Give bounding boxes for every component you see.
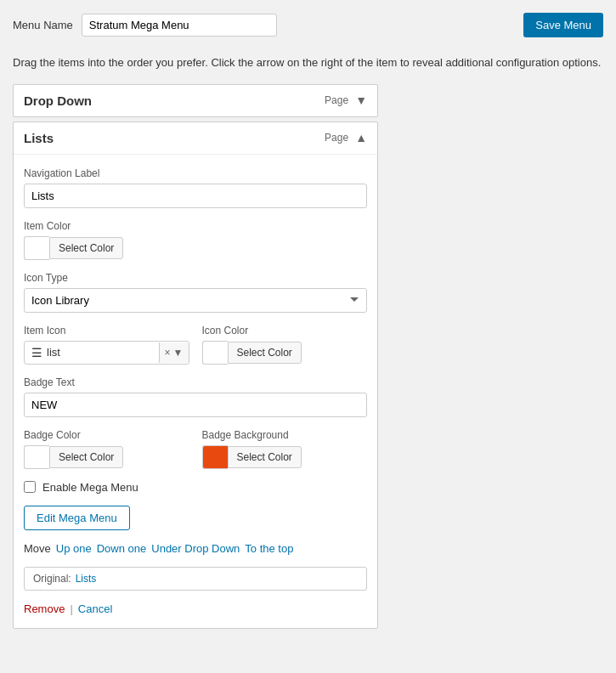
cancel-link[interactable]: Cancel — [78, 602, 112, 615]
clear-x-icon: × — [165, 347, 171, 359]
badge-color-group: Badge Color Select Color — [24, 429, 189, 469]
dropdown-expand-icon: ▼ — [355, 93, 367, 107]
icon-color-row: Item Icon ☰ list × ▼ — [24, 325, 367, 365]
lists-page-label: Page — [325, 132, 348, 144]
icon-color-picker: Select Color — [202, 341, 368, 365]
nav-label-group: Navigation Label — [24, 167, 367, 208]
nav-label-label: Navigation Label — [24, 167, 367, 179]
menu-item-dropdown: Drop Down Page ▼ — [13, 84, 378, 117]
dropdown-meta: Page ▼ — [325, 93, 367, 107]
enable-mega-menu-row: Enable Mega Menu — [24, 481, 367, 494]
move-to-top-link[interactable]: To the top — [245, 542, 293, 555]
icon-type-select[interactable]: Icon Library Custom Icon None — [24, 288, 367, 313]
separator: | — [70, 602, 72, 615]
icon-color-button[interactable]: Select Color — [228, 342, 302, 364]
save-menu-button[interactable]: Save Menu — [523, 13, 603, 37]
enable-mega-menu-label[interactable]: Enable Mega Menu — [42, 481, 138, 494]
edit-mega-menu-wrapper: Edit Mega Menu — [24, 506, 367, 530]
list-icon-symbol: ☰ — [31, 346, 42, 359]
move-under-dropdown-link[interactable]: Under Drop Down — [151, 542, 240, 555]
menu-item-lists: Lists Page ▲ Navigation Label Item Color — [13, 122, 378, 629]
badge-color-picker: Select Color — [24, 445, 189, 469]
icon-color-label: Icon Color — [202, 325, 368, 336]
move-row: Move Up one Down one Under Drop Down To … — [24, 542, 367, 555]
remove-cancel-row: Remove | Cancel — [24, 602, 367, 615]
badge-bg-swatch[interactable] — [202, 445, 228, 469]
item-icon-text: list — [47, 346, 60, 359]
item-color-group: Item Color Select Color — [24, 220, 367, 260]
menu-items-container: Drop Down Page ▼ Lists Page ▲ Navigation… — [13, 84, 378, 629]
page-wrapper: Menu Name Save Menu Drag the items into … — [0, 0, 616, 642]
menu-name-label: Menu Name — [13, 19, 73, 31]
badge-color-button[interactable]: Select Color — [49, 446, 123, 468]
dropdown-header[interactable]: Drop Down Page ▼ — [14, 85, 377, 116]
clear-arrow-icon: ▼ — [173, 347, 184, 359]
dropdown-title: Drop Down — [24, 93, 92, 108]
item-color-swatch[interactable] — [24, 236, 49, 260]
header-row: Menu Name Save Menu — [13, 13, 603, 37]
item-icon-group: Item Icon ☰ list × ▼ — [24, 325, 189, 365]
lists-title: Lists — [24, 131, 54, 145]
move-up-one-link[interactable]: Up one — [56, 542, 92, 555]
badge-bg-group: Badge Background Select Color — [202, 429, 368, 469]
item-icon-clear-button[interactable]: × ▼ — [159, 342, 189, 363]
lists-header[interactable]: Lists Page ▲ — [14, 122, 377, 155]
icon-color-group: Icon Color Select Color — [202, 325, 368, 365]
item-color-picker: Select Color — [24, 236, 367, 260]
badge-text-label: Badge Text — [24, 376, 367, 388]
edit-mega-menu-button[interactable]: Edit Mega Menu — [24, 506, 130, 530]
badge-bg-label: Badge Background — [202, 429, 368, 441]
menu-name-input[interactable] — [82, 14, 277, 37]
item-icon-inner[interactable]: ☰ list — [25, 342, 159, 364]
badge-color-label: Badge Color — [24, 429, 189, 441]
item-color-button[interactable]: Select Color — [49, 237, 123, 259]
item-icon-label: Item Icon — [24, 325, 189, 336]
original-link[interactable]: Lists — [76, 573, 97, 585]
badge-color-swatch[interactable] — [24, 445, 49, 469]
remove-link[interactable]: Remove — [24, 602, 65, 615]
badge-bg-picker: Select Color — [202, 445, 368, 469]
badge-text-group: Badge Text — [24, 376, 367, 417]
dropdown-page-label: Page — [325, 94, 348, 106]
badge-text-input[interactable] — [24, 393, 367, 417]
badge-color-row: Badge Color Select Color Badge Backgroun… — [24, 429, 367, 469]
move-label: Move — [24, 542, 51, 555]
item-icon-select-wrapper: ☰ list × ▼ — [24, 341, 189, 365]
original-row: Original: Lists — [24, 567, 367, 591]
move-down-one-link[interactable]: Down one — [97, 542, 147, 555]
lists-expand-icon: ▲ — [355, 131, 367, 144]
icon-color-swatch[interactable] — [202, 341, 228, 365]
nav-label-input[interactable] — [24, 184, 367, 208]
lists-expanded-content: Navigation Label Item Color Select Color… — [14, 155, 377, 628]
enable-mega-menu-checkbox[interactable] — [24, 481, 36, 493]
lists-meta: Page ▲ — [325, 131, 367, 144]
item-color-label: Item Color — [24, 220, 367, 232]
original-label: Original: — [33, 573, 71, 585]
badge-bg-button[interactable]: Select Color — [228, 446, 302, 468]
instruction-text: Drag the items into the order you prefer… — [13, 54, 603, 71]
icon-type-label: Icon Type — [24, 272, 367, 284]
icon-type-group: Icon Type Icon Library Custom Icon None — [24, 272, 367, 313]
